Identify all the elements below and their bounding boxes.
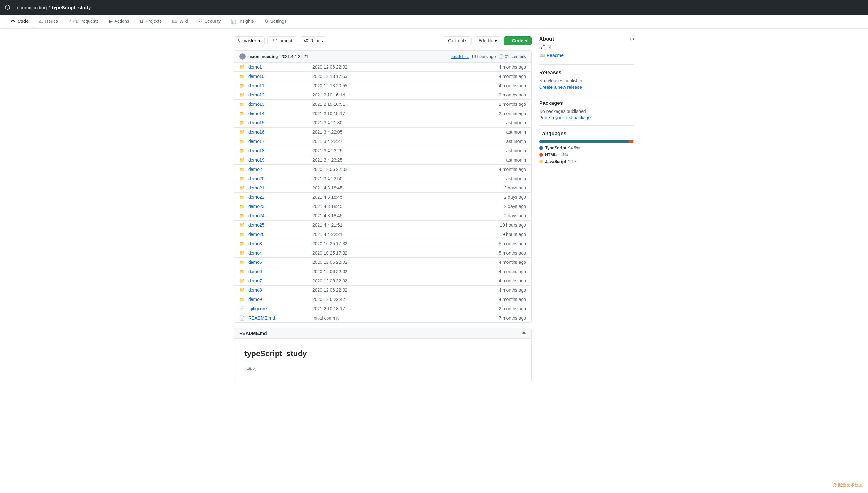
file-name-link[interactable]: demo16 (248, 129, 265, 135)
packages-section: Packages No packages published Publish y… (539, 100, 634, 126)
folder-icon: 📁 (239, 250, 246, 256)
tab-pull-requests[interactable]: ⑂ Pull requests (63, 15, 104, 28)
file-time-ago: 4 months ago (499, 83, 526, 88)
file-name-link[interactable]: demo14 (248, 111, 265, 116)
tab-security[interactable]: 🛡 Security (193, 15, 226, 28)
languages-section: Languages TypeScript 94.5% HTML 4.4% Jav… (539, 131, 634, 164)
file-commit-date: 2021.2.10 18:17 (312, 111, 499, 116)
file-name-link[interactable]: demo10 (248, 74, 265, 79)
branch-selector[interactable]: ⑂ master ▾ (234, 36, 265, 45)
tab-settings[interactable]: ⚙ Settings (259, 15, 292, 28)
go-to-file-button[interactable]: Go to file (443, 36, 472, 45)
readme-icon: 📖 (539, 53, 545, 58)
settings-icon: ⚙ (264, 19, 268, 24)
folder-icon: 📁 (239, 167, 246, 172)
tab-projects[interactable]: ▦ Projects (135, 15, 167, 28)
file-name-link[interactable]: demo20 (248, 176, 265, 181)
table-row: 📁 demo9 2020.12.6 22:42 4 months ago (234, 295, 531, 304)
issues-icon: ⚠ (39, 19, 43, 24)
file-name: demo15 (248, 120, 312, 125)
file-time-ago: 4 months ago (499, 260, 526, 265)
code-button[interactable]: ↓ Code ▾ (503, 36, 532, 45)
file-name-link[interactable]: demo12 (248, 92, 265, 98)
tag-icon: 🏷 (304, 38, 309, 43)
readme-link[interactable]: 📖 Readme (539, 53, 634, 58)
file-name: demo17 (248, 139, 312, 144)
file-name-link[interactable]: .gitignore (248, 306, 267, 311)
file-time-ago: 19 hours ago (500, 232, 526, 237)
table-row: 📁 demo21 2021.4.3 18:45 2 days ago (234, 184, 531, 193)
clock-icon: 🕐 (498, 54, 503, 59)
file-name-link[interactable]: demo5 (248, 260, 262, 265)
tab-insights[interactable]: 📊 Insights (226, 15, 259, 28)
file-name-link[interactable]: demo15 (248, 120, 265, 125)
folder-icon: 📁 (239, 213, 246, 218)
file-name-link[interactable]: demo23 (248, 204, 265, 209)
security-icon: 🛡 (198, 19, 203, 24)
tab-actions[interactable]: ▶ Actions (104, 15, 135, 28)
file-name-link[interactable]: demo26 (248, 232, 265, 237)
branch-count-link[interactable]: ⑂ 1 branch (267, 36, 297, 45)
file-name-link[interactable]: README.md (248, 316, 275, 321)
file-name: demo22 (248, 195, 312, 200)
file-name: demo25 (248, 222, 312, 228)
about-header: About ⚙ (539, 36, 634, 42)
lang-pct: 94.5% (568, 146, 580, 150)
file-commit-date: 2021.4.3 18:45 (312, 195, 504, 200)
commits-count-label: 31 commits (505, 54, 526, 59)
file-commit-date: 2020.12.06 22:02 (312, 167, 499, 172)
file-name-link[interactable]: demo22 (248, 195, 265, 200)
languages-title: Languages (539, 131, 634, 136)
file-name: demo2 (248, 167, 312, 172)
file-time-ago: 2 days ago (504, 195, 526, 200)
actions-icon: ▶ (109, 19, 112, 24)
folder-icon: 📁 (239, 139, 246, 144)
file-time-ago: last month (505, 148, 526, 153)
file-name-link[interactable]: demo25 (248, 222, 265, 228)
releases-title: Releases (539, 70, 634, 76)
file-name-link[interactable]: demo13 (248, 102, 265, 107)
tab-security-label: Security (205, 19, 221, 24)
file-name-link[interactable]: demo2 (248, 167, 262, 172)
gear-icon[interactable]: ⚙ (630, 37, 634, 42)
file-commit-date: 2020.12.06 22:02 (312, 260, 499, 265)
file-name-link[interactable]: demo21 (248, 185, 265, 190)
folder-icon: 📁 (239, 195, 246, 200)
file-name: demo10 (248, 74, 312, 79)
file-time-ago: last month (505, 129, 526, 135)
file-name-link[interactable]: demo9 (248, 297, 262, 302)
commit-sha[interactable]: 5e36ffc (451, 54, 469, 59)
tab-code[interactable]: <> Code (5, 15, 34, 28)
file-commit-date: 2021.2.10 18:17 (312, 306, 499, 311)
tab-wiki[interactable]: 📖 Wiki (167, 15, 193, 28)
tag-count-link[interactable]: 🏷 0 tags (300, 36, 327, 45)
folder-icon: 📁 (239, 222, 246, 228)
table-row: 📄 README.md Initial commit 7 months ago (234, 314, 531, 322)
publish-package-link[interactable]: Publish your first package (539, 115, 591, 120)
file-name-link[interactable]: demo1 (248, 64, 262, 69)
file-name: demo1 (248, 64, 312, 69)
file-name: demo26 (248, 232, 312, 237)
file-name: demo5 (248, 260, 312, 265)
file-name-link[interactable]: demo11 (248, 83, 265, 88)
file-time-ago: 2 months ago (499, 306, 526, 311)
file-name-link[interactable]: demo24 (248, 213, 265, 218)
table-row: 📁 demo2 2020.12.06 22:02 4 months ago (234, 165, 531, 174)
breadcrumb-user[interactable]: maomincoding (15, 5, 47, 10)
file-name-link[interactable]: demo3 (248, 241, 262, 246)
edit-icon[interactable]: ✏ (522, 331, 526, 336)
page-header: ⬡ maomincoding / typeScript_study (0, 0, 868, 15)
file-name-link[interactable]: demo6 (248, 269, 262, 274)
add-file-button[interactable]: Add file ▾ (474, 36, 501, 45)
file-name-link[interactable]: demo18 (248, 148, 265, 153)
file-name-link[interactable]: demo4 (248, 250, 262, 256)
breadcrumb-repo: typeScript_study (52, 5, 91, 10)
file-name-link[interactable]: demo17 (248, 139, 265, 144)
create-release-link[interactable]: Create a new release (539, 85, 582, 90)
tab-projects-label: Projects (146, 19, 162, 24)
file-name-link[interactable]: demo19 (248, 157, 265, 163)
tab-issues[interactable]: ⚠ Issues (34, 15, 63, 28)
file-name-link[interactable]: demo7 (248, 278, 262, 283)
file-time-ago: 2 months ago (499, 111, 526, 116)
file-name-link[interactable]: demo8 (248, 287, 262, 293)
